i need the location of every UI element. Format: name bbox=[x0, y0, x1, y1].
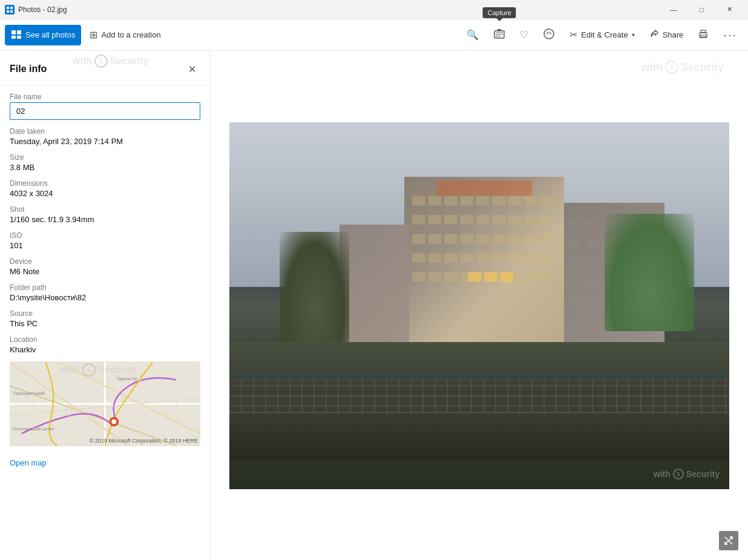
shot-label: Shot bbox=[10, 205, 200, 214]
svg-rect-63 bbox=[412, 253, 425, 263]
main-toolbar: See all photos ⊞ Add to a creation 🔍 Cap… bbox=[0, 19, 748, 51]
top-right-watermark: with S Security bbox=[641, 61, 724, 74]
titlebar: Photos - 02.jpg — □ ✕ bbox=[0, 0, 748, 19]
capture-button[interactable] bbox=[487, 24, 511, 46]
filename-label: File name bbox=[10, 93, 200, 101]
zoom-icon: 🔍 bbox=[467, 29, 479, 41]
face-tag-icon bbox=[543, 28, 555, 42]
print-icon bbox=[698, 28, 709, 42]
svg-rect-48 bbox=[461, 215, 473, 225]
svg-rect-47 bbox=[444, 215, 457, 225]
open-map-link[interactable]: Open map bbox=[0, 456, 210, 477]
sidebar: with S Security File info ✕ File name Da… bbox=[0, 51, 211, 560]
add-to-creation-label: Add to a creation bbox=[101, 30, 160, 39]
dimensions-value: 4032 x 3024 bbox=[10, 189, 200, 198]
fence-layer bbox=[229, 379, 729, 460]
svg-point-13 bbox=[544, 29, 554, 39]
svg-rect-51 bbox=[508, 215, 521, 225]
svg-rect-67 bbox=[476, 253, 489, 263]
building-main bbox=[404, 177, 564, 367]
file-info-title: File info bbox=[10, 64, 47, 74]
svg-rect-7 bbox=[17, 36, 21, 39]
iso-value: 101 bbox=[10, 241, 200, 250]
svg-rect-55 bbox=[428, 234, 441, 244]
source-label: Source bbox=[10, 309, 200, 318]
source-value: This PC bbox=[10, 319, 200, 328]
svg-rect-5 bbox=[17, 30, 21, 35]
capture-icon bbox=[493, 28, 505, 42]
see-all-photos-button[interactable]: See all photos bbox=[5, 25, 81, 45]
svg-rect-50 bbox=[492, 215, 505, 225]
svg-rect-96 bbox=[586, 257, 599, 267]
svg-rect-4 bbox=[11, 30, 16, 35]
svg-rect-82 bbox=[468, 272, 481, 282]
svg-rect-80 bbox=[540, 272, 553, 282]
svg-rect-95 bbox=[569, 257, 582, 267]
shot-value: 1/160 sec. f/1.9 3.94mm bbox=[10, 215, 200, 224]
svg-rect-6 bbox=[11, 36, 16, 39]
tree-left bbox=[280, 232, 350, 342]
svg-rect-2 bbox=[7, 10, 9, 13]
svg-point-14 bbox=[547, 33, 548, 35]
svg-rect-83 bbox=[484, 272, 497, 282]
maximize-button[interactable]: □ bbox=[687, 0, 715, 19]
svg-rect-71 bbox=[540, 253, 553, 263]
svg-rect-65 bbox=[444, 253, 457, 263]
more-button[interactable]: ··· bbox=[717, 24, 743, 45]
svg-rect-49 bbox=[476, 215, 489, 225]
edit-create-label: Edit & Create bbox=[581, 30, 628, 39]
svg-rect-58 bbox=[476, 234, 489, 244]
share-icon bbox=[649, 29, 659, 41]
map-container[interactable]: Таращанський Тараса Ше Полтавський Шлях … bbox=[10, 361, 200, 446]
file-info-body: File name Date taken Tuesday, April 23, … bbox=[0, 85, 210, 354]
svg-rect-44 bbox=[540, 196, 553, 206]
svg-rect-56 bbox=[444, 234, 457, 244]
date-taken-label: Date taken bbox=[10, 127, 200, 136]
print-button[interactable] bbox=[692, 25, 715, 45]
folder-value: D:\mysite\Новости\82 bbox=[10, 293, 200, 302]
tree-right bbox=[605, 214, 695, 331]
svg-rect-84 bbox=[500, 272, 513, 282]
toolbar-right: ✂ Edit & Create ▾ Share ··· bbox=[563, 24, 743, 45]
svg-rect-62 bbox=[540, 234, 553, 244]
svg-rect-60 bbox=[508, 234, 521, 244]
add-to-creation-button[interactable]: ⊞ Add to a creation bbox=[84, 25, 166, 44]
favorite-button[interactable]: ♡ bbox=[514, 25, 534, 44]
edit-create-button[interactable]: ✂ Edit & Create ▾ bbox=[563, 25, 640, 44]
size-value: 3.8 MB bbox=[10, 163, 200, 172]
svg-rect-69 bbox=[508, 253, 521, 263]
svg-rect-38 bbox=[444, 196, 457, 206]
svg-rect-73 bbox=[428, 272, 441, 282]
device-label: Device bbox=[10, 257, 200, 266]
security-logo: S bbox=[665, 61, 678, 74]
svg-rect-106 bbox=[586, 296, 599, 306]
expand-button[interactable] bbox=[719, 531, 738, 550]
window-controls[interactable]: — □ ✕ bbox=[660, 0, 743, 19]
svg-rect-70 bbox=[524, 253, 537, 263]
filename-input[interactable] bbox=[10, 102, 200, 120]
close-button[interactable]: ✕ bbox=[715, 0, 743, 19]
file-info-close-button[interactable]: ✕ bbox=[183, 61, 200, 77]
zoom-button[interactable]: 🔍 bbox=[461, 25, 485, 44]
location-label: Location bbox=[10, 335, 200, 344]
capture-tooltip-container: Capture bbox=[487, 24, 511, 46]
face-tag-button[interactable] bbox=[537, 24, 561, 46]
minimize-button[interactable]: — bbox=[660, 0, 687, 19]
share-button[interactable]: Share bbox=[643, 25, 690, 45]
svg-rect-53 bbox=[540, 215, 553, 225]
svg-rect-64 bbox=[428, 253, 441, 263]
svg-rect-68 bbox=[492, 253, 505, 263]
svg-point-15 bbox=[550, 33, 551, 35]
svg-rect-37 bbox=[428, 196, 441, 206]
see-all-photos-label: See all photos bbox=[25, 30, 75, 39]
size-label: Size bbox=[10, 153, 200, 162]
svg-rect-9 bbox=[497, 29, 501, 31]
folder-label: Folder path bbox=[10, 283, 200, 292]
svg-rect-66 bbox=[461, 253, 473, 263]
svg-rect-59 bbox=[492, 234, 505, 244]
svg-rect-45 bbox=[412, 215, 425, 225]
svg-rect-43 bbox=[524, 196, 537, 206]
watermark-with: with bbox=[641, 61, 663, 74]
file-info-header: with S Security File info ✕ bbox=[0, 51, 210, 85]
svg-rect-52 bbox=[524, 215, 537, 225]
